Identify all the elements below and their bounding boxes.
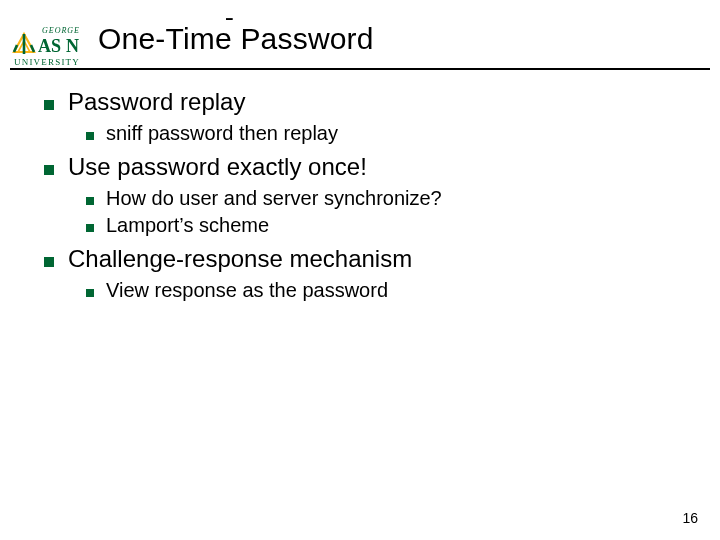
bullet-lvl1: Challenge-response mechanism View respon… xyxy=(44,245,684,302)
square-bullet-icon xyxy=(86,132,94,140)
bullet-lvl2: Lamport’s scheme xyxy=(86,214,684,237)
bullet-lvl2: How do user and server synchronize? xyxy=(86,187,684,210)
square-bullet-icon xyxy=(44,100,54,110)
slide-title: One-Time Password xyxy=(98,22,374,56)
bullet-text: Use password exactly once! xyxy=(68,153,367,181)
bullet-text: sniff password then replay xyxy=(106,122,338,145)
square-bullet-icon xyxy=(86,197,94,205)
bullet-lvl1: Use password exactly once! How do user a… xyxy=(44,153,684,237)
slide-number: 16 xyxy=(682,510,698,526)
square-bullet-icon xyxy=(86,224,94,232)
logo-sub: UNIVERSITY xyxy=(14,57,80,67)
bullet-text: View response as the password xyxy=(106,279,388,302)
bullet-text: Challenge-response mechanism xyxy=(68,245,412,273)
logo-line2a: AS xyxy=(38,36,61,56)
title-underline xyxy=(10,68,710,70)
logo-line2b: N xyxy=(66,36,79,56)
bullet-text: Lamport’s scheme xyxy=(106,214,269,237)
square-bullet-icon xyxy=(44,165,54,175)
square-bullet-icon xyxy=(86,289,94,297)
gmu-logo: GEORGE AS N UNIVERSITY xyxy=(10,24,92,70)
slide: - GEORGE AS N UNIVERSITY One-Time Passwo… xyxy=(0,0,720,540)
bullet-lvl1: Password replay sniff password then repl… xyxy=(44,88,684,145)
square-bullet-icon xyxy=(44,257,54,267)
bullet-text: How do user and server synchronize? xyxy=(106,187,442,210)
bullet-text: Password replay xyxy=(68,88,245,116)
content-area: Password replay sniff password then repl… xyxy=(44,80,684,306)
logo-line1: GEORGE xyxy=(42,26,80,35)
bullet-lvl2: View response as the password xyxy=(86,279,684,302)
bullet-lvl2: sniff password then replay xyxy=(86,122,684,145)
